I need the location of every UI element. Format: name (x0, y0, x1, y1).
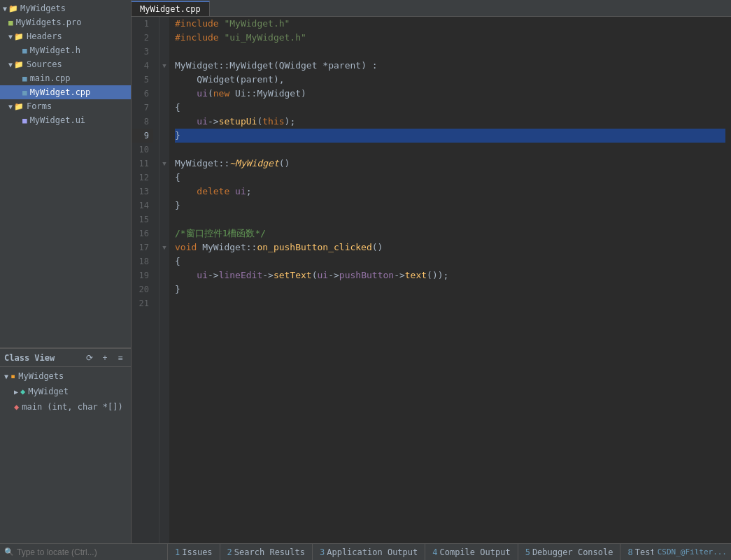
sidebar-item-sources[interactable]: ▼ 📁 Sources (0, 57, 131, 71)
code-4-param: *parent) : (318, 59, 378, 73)
tab-num-debugger: 5 (525, 547, 530, 557)
code-line-15 (175, 213, 725, 227)
code-line-17: void MyWidget::on_pushButton_clicked() (175, 240, 725, 254)
ln-9: 9 (132, 129, 153, 143)
code-19-text: text (405, 268, 427, 282)
search-input[interactable] (17, 547, 129, 557)
ln-15: 15 (132, 213, 153, 227)
mywidget-ui-label: MyWidget.ui (30, 115, 85, 125)
fold-17[interactable]: ▼ (159, 240, 169, 254)
sidebar-item-forms[interactable]: ▼ 📁 Forms (0, 99, 131, 113)
code-9-brace: } (175, 129, 180, 143)
code-line-8: ui->setupUi(this); (175, 115, 725, 129)
code-line-10 (175, 143, 725, 157)
arrow-sources-icon: ▼ (8, 61, 13, 69)
code-line-1: #include "MyWidget.h" (175, 17, 725, 31)
tab-num-test: 8 (627, 547, 632, 557)
sidebar-item-mywidgets-pro[interactable]: ■ MyWidgets.pro (0, 15, 131, 29)
code-line-4: MyWidget::MyWidget(QWidget *parent) : (175, 59, 725, 73)
sidebar-item-mywidgets[interactable]: ▼ 📁 MyWidgets (0, 1, 131, 15)
class-view-title: Class View (4, 353, 55, 363)
code-line-13: delete ui; (175, 185, 725, 199)
code-6-ui2: Ui::MyWidget) (229, 87, 306, 101)
fold-10 (159, 143, 169, 157)
code-6-new: new (213, 87, 229, 101)
ln-14: 14 (132, 199, 153, 213)
file-cpp-main-icon: ■ (22, 74, 27, 83)
code-content[interactable]: #include "MyWidget.h" #include "ui_MyWid… (169, 17, 731, 543)
str-1: "MyWidget.h" (224, 17, 290, 31)
code-11-p: () (279, 157, 290, 171)
bottom-right-label: CSDN_@Filter... (653, 547, 731, 557)
fold-15 (159, 213, 169, 227)
code-line-5: QWidget(parent), (175, 73, 725, 87)
bottom-tab-issues[interactable]: 1 Issues (168, 544, 220, 560)
class-view-settings-btn[interactable]: ≡ (114, 352, 127, 364)
tab-num-search: 2 (227, 547, 232, 557)
class-item-mywidgets[interactable]: ▼ ▪ MyWidgets (0, 368, 131, 384)
fold-11[interactable]: ▼ (159, 157, 169, 171)
class-view-actions: ⟳ + ≡ (83, 352, 127, 364)
arrow-headers-icon: ▼ (8, 33, 13, 41)
code-13-ui: ui (229, 185, 246, 199)
sidebar-item-headers[interactable]: ▼ 📁 Headers (0, 29, 131, 43)
class-mywidgets-label: MyWidgets (18, 371, 64, 381)
fn-icon: ◆ (14, 402, 19, 412)
class-view-add-btn[interactable]: + (99, 352, 111, 364)
ln-12: 12 (132, 171, 153, 185)
code-12-brace: { (175, 171, 180, 185)
code-16-comment: /*窗口控件1槽函数*/ (175, 227, 266, 240)
ln-16: 16 (132, 227, 153, 240)
code-line-14: } (175, 199, 725, 213)
tab-mywidget-cpp[interactable]: MyWidget.cpp (132, 1, 210, 16)
project-name-label: MyWidgets (20, 3, 66, 13)
tab-num-appout: 3 (320, 547, 325, 557)
fold-18 (159, 254, 169, 268)
sidebar-item-mywidget-h[interactable]: ■ MyWidget.h (0, 43, 131, 57)
kw-include-1: #include (175, 17, 224, 31)
folder-icon: 📁 (8, 4, 18, 13)
sidebar-item-main-cpp[interactable]: ■ main.cpp (0, 71, 131, 85)
bottom-tab-compile[interactable]: 4 Compile Output (425, 544, 518, 560)
code-6-paren: ( (208, 87, 213, 101)
class-item-mywidget[interactable]: ▶ ◆ MyWidget (0, 384, 131, 399)
code-line-21 (175, 296, 725, 310)
code-8-this: this (262, 115, 284, 129)
class-view-sync-btn[interactable]: ⟳ (83, 352, 96, 364)
code-line-11: MyWidget::~MyWidget() (175, 157, 725, 171)
fold-12 (159, 171, 169, 185)
sidebar-item-mywidget-cpp[interactable]: ■ MyWidget.cpp (0, 85, 131, 99)
bottom-tab-search-results[interactable]: 2 Search Results (220, 544, 313, 560)
ln-21: 21 (132, 296, 153, 310)
fold-2 (159, 31, 169, 45)
fold-20 (159, 282, 169, 296)
fold-19 (159, 268, 169, 282)
file-pro-icon: ■ (8, 18, 13, 27)
main-cpp-label: main.cpp (30, 73, 71, 83)
code-8-p1: ( (257, 115, 262, 129)
fold-4[interactable]: ▼ (159, 59, 169, 73)
code-19-a4: -> (394, 268, 405, 282)
bottom-tab-debugger[interactable]: 5 Debugger Console (518, 544, 621, 560)
class-item-main[interactable]: ◆ main (int, char *[]) (0, 399, 131, 415)
kw-include-2: #include (175, 31, 224, 45)
ln-4: 4 (132, 59, 153, 73)
sidebar-item-mywidget-ui[interactable]: ■ MyWidget.ui (0, 113, 131, 127)
code-line-3 (175, 45, 725, 59)
code-line-9: } (175, 129, 725, 143)
code-19-set: setText (274, 268, 312, 282)
bottom-tab-test[interactable]: 8 Test Results (620, 544, 653, 560)
ln-18: 18 (132, 254, 153, 268)
code-19-p2: ()); (427, 268, 448, 282)
bottom-tab-app-output[interactable]: 3 Application Output (313, 544, 425, 560)
ln-7: 7 (132, 101, 153, 115)
code-6-ui: ui (175, 87, 208, 101)
code-17-fn: on_pushButton_clicked (257, 240, 371, 254)
code-4-qwidget: QWidget (279, 59, 318, 73)
headers-label: Headers (27, 31, 62, 41)
mywidget-cpp-label: MyWidget.cpp (30, 87, 91, 97)
code-14-brace: } (175, 199, 180, 213)
code-19-p1: ( (312, 268, 318, 282)
file-cpp-icon: ■ (22, 88, 27, 97)
folder-headers-icon: 📁 (14, 32, 24, 41)
